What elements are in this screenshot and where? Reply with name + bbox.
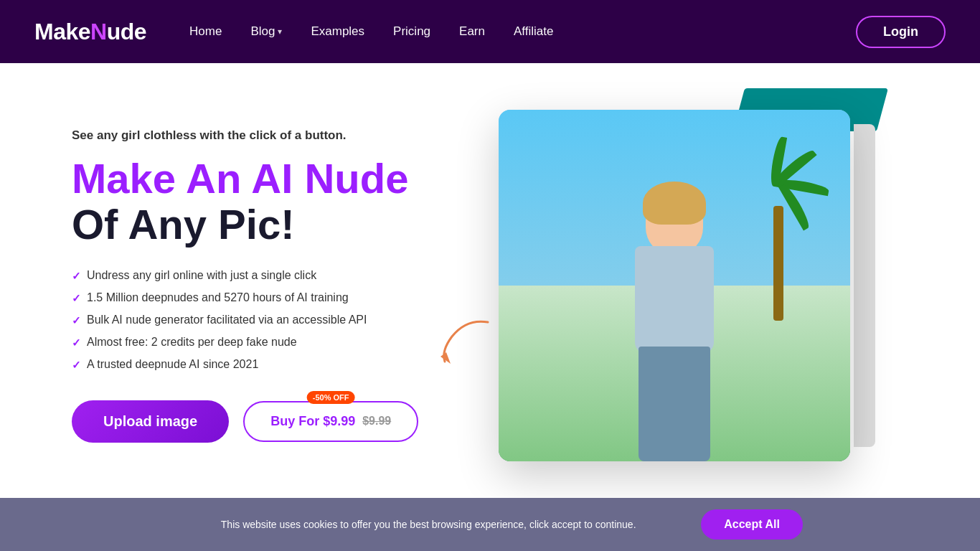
palm-trunk xyxy=(773,206,783,321)
hero-image xyxy=(499,110,850,461)
discount-badge: -50% OFF xyxy=(307,391,355,404)
nav-item-affiliate[interactable]: Affiliate xyxy=(514,24,553,39)
hero-tagline: See any girl clothless with the click of… xyxy=(72,128,459,143)
feature-item-4: Almost free: 2 credits per deep fake nud… xyxy=(72,336,459,349)
buy-price: Buy For $9.99 xyxy=(270,414,355,429)
headline-dark: Of Any Pic! xyxy=(72,201,294,248)
features-list: Undress any girl online with just a sing… xyxy=(72,269,459,372)
logo[interactable]: MakeNude xyxy=(34,19,146,45)
feature-item-1: Undress any girl online with just a sing… xyxy=(72,269,459,283)
nav-item-examples[interactable]: Examples xyxy=(311,24,364,39)
nav-item-earn[interactable]: Earn xyxy=(459,24,485,39)
side-card-decoration xyxy=(854,124,875,447)
chevron-down-icon: ▾ xyxy=(278,27,282,37)
cookie-banner: This website uses cookies to offer you t… xyxy=(0,498,980,508)
main-content: See any girl clothless with the click of… xyxy=(0,63,980,508)
palm-tree xyxy=(750,177,807,321)
human-figure xyxy=(603,189,746,461)
buy-btn-wrapper: -50% OFF Buy For $9.99 $9.99 xyxy=(243,401,418,442)
arrow-icon xyxy=(430,315,495,365)
hero-headline: Make An AI Nude Of Any Pic! xyxy=(72,156,459,248)
upload-image-button[interactable]: Upload image xyxy=(72,400,229,443)
feature-item-5: A trusted deepnude AI since 2021 xyxy=(72,358,459,372)
nav-item-blog[interactable]: Blog ▾ xyxy=(250,24,282,39)
original-price: $9.99 xyxy=(362,415,391,428)
login-button[interactable]: Login xyxy=(856,16,946,48)
feature-item-3: Bulk AI nude generator facilitated via a… xyxy=(72,314,459,327)
arrow-decoration xyxy=(430,315,495,368)
figure-hair xyxy=(643,182,706,225)
nav-item-pricing[interactable]: Pricing xyxy=(393,24,430,39)
nav-item-home[interactable]: Home xyxy=(189,24,222,39)
headline-purple: Make An AI Nude xyxy=(72,155,408,202)
buy-button[interactable]: Buy For $9.99 $9.99 xyxy=(243,401,418,442)
nav-links: Home Blog ▾ Examples Pricing Earn Affili… xyxy=(189,24,856,39)
feature-item-2: 1.5 Million deepnudes and 5270 hours of … xyxy=(72,291,459,305)
cta-buttons: Upload image -50% OFF Buy For $9.99 $9.9… xyxy=(72,400,459,443)
hero-left: See any girl clothless with the click of… xyxy=(72,128,488,443)
figure-legs xyxy=(639,347,710,461)
hero-right xyxy=(488,110,861,461)
figure-body xyxy=(635,246,714,354)
logo-text: MakeNude xyxy=(34,19,146,45)
hero-image-card xyxy=(499,110,850,461)
navbar: MakeNude Home Blog ▾ Examples Pricing Ea… xyxy=(0,0,980,63)
